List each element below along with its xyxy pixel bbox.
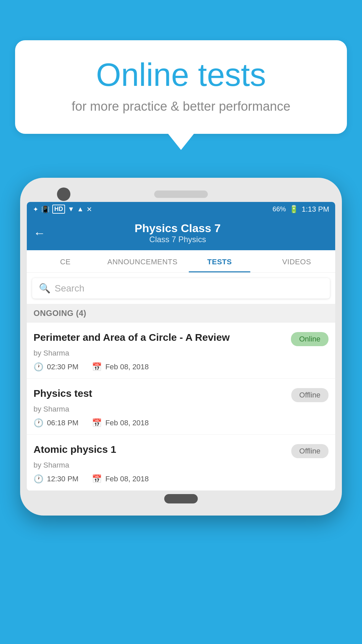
app-bar: ← Physics Class 7 Class 7 Physics: [27, 216, 335, 250]
no-sim-icon: ✕: [86, 205, 92, 213]
date-meta: 📅 Feb 08, 2018: [92, 362, 149, 372]
tab-tests[interactable]: TESTS: [181, 250, 258, 272]
back-button[interactable]: ←: [34, 226, 46, 240]
phone-top: [27, 184, 335, 202]
calendar-icon: 📅: [92, 362, 102, 372]
test-meta: 🕐 12:30 PM 📅 Feb 08, 2018: [34, 474, 328, 484]
battery-label: 66%: [273, 205, 286, 213]
status-badge: Offline: [291, 444, 328, 458]
search-input[interactable]: Search: [55, 283, 84, 294]
battery-icon: 🔋: [289, 205, 298, 214]
test-author: by Sharma: [34, 461, 328, 470]
calendar-icon: 📅: [92, 474, 102, 484]
tab-announcements[interactable]: ANNOUNCEMENTS: [104, 250, 181, 272]
phone-camera: [57, 187, 70, 201]
bubble-title: Online tests: [35, 57, 327, 93]
test-meta: 🕐 02:30 PM 📅 Feb 08, 2018: [34, 362, 328, 372]
test-author: by Sharma: [34, 405, 328, 414]
date-meta: 📅 Feb 08, 2018: [92, 418, 149, 428]
test-date: Feb 08, 2018: [105, 419, 149, 427]
tab-ce[interactable]: CE: [27, 250, 104, 272]
clock-icon: 🕐: [34, 362, 44, 372]
phone-speaker: [154, 191, 208, 198]
date-meta: 📅 Feb 08, 2018: [92, 474, 149, 484]
app-bar-title-section: Physics Class 7 Class 7 Physics: [52, 222, 303, 244]
section-header: ONGOING (4): [27, 304, 335, 323]
test-meta: 🕐 06:18 PM 📅 Feb 08, 2018: [34, 418, 328, 428]
app-bar-title: Physics Class 7: [52, 222, 303, 235]
vibrate-icon: 📳: [41, 205, 50, 213]
test-title: Physics test: [34, 387, 286, 400]
test-time: 02:30 PM: [47, 363, 78, 371]
phone-body: ✦ 📳 HD ▼ ▲ ✕ 66% 🔋 1:13 PM ← Physics Cla…: [20, 178, 342, 516]
status-badge: Online: [291, 332, 328, 346]
phone-mockup: ✦ 📳 HD ▼ ▲ ✕ 66% 🔋 1:13 PM ← Physics Cla…: [20, 178, 342, 644]
hd-icon: HD: [52, 205, 65, 214]
status-time: 1:13 PM: [302, 205, 329, 214]
app-bar-subtitle: Class 7 Physics: [52, 235, 303, 244]
test-list: Perimeter and Area of a Circle - A Revie…: [27, 323, 335, 491]
test-time: 12:30 PM: [47, 475, 78, 483]
bubble-subtitle: for more practice & better performance: [35, 99, 327, 114]
calendar-icon: 📅: [92, 418, 102, 428]
time-meta: 🕐 02:30 PM: [34, 362, 78, 372]
search-icon: 🔍: [39, 283, 51, 294]
test-item[interactable]: Perimeter and Area of a Circle - A Revie…: [27, 323, 335, 379]
test-item[interactable]: Atomic physics 1 Offline by Sharma 🕐 12:…: [27, 435, 335, 491]
wifi-icon: ▼: [68, 205, 74, 213]
time-meta: 🕐 12:30 PM: [34, 474, 78, 484]
test-date: Feb 08, 2018: [105, 475, 149, 483]
tab-videos[interactable]: VIDEOS: [258, 250, 335, 272]
clock-icon: 🕐: [34, 418, 44, 428]
time-meta: 🕐 06:18 PM: [34, 418, 78, 428]
clock-icon: 🕐: [34, 474, 44, 484]
speech-bubble: Online tests for more practice & better …: [15, 40, 347, 134]
test-time: 06:18 PM: [47, 419, 78, 427]
bluetooth-icon: ✦: [33, 205, 39, 213]
test-item[interactable]: Physics test Offline by Sharma 🕐 06:18 P…: [27, 379, 335, 435]
test-author: by Sharma: [34, 349, 328, 358]
test-title: Atomic physics 1: [34, 443, 286, 456]
test-title: Perimeter and Area of a Circle - A Revie…: [34, 331, 286, 344]
search-bar[interactable]: 🔍 Search: [32, 278, 330, 299]
phone-screen: ✦ 📳 HD ▼ ▲ ✕ 66% 🔋 1:13 PM ← Physics Cla…: [27, 202, 335, 491]
phone-home-button[interactable]: [164, 494, 198, 503]
tabs-bar: CE ANNOUNCEMENTS TESTS VIDEOS: [27, 250, 335, 273]
status-icons: ✦ 📳 HD ▼ ▲ ✕: [33, 205, 92, 214]
status-badge: Offline: [291, 388, 328, 402]
status-bar: ✦ 📳 HD ▼ ▲ ✕ 66% 🔋 1:13 PM: [27, 202, 335, 216]
test-date: Feb 08, 2018: [105, 363, 149, 371]
search-container: 🔍 Search: [27, 273, 335, 304]
signal-icon: ▲: [77, 205, 84, 213]
